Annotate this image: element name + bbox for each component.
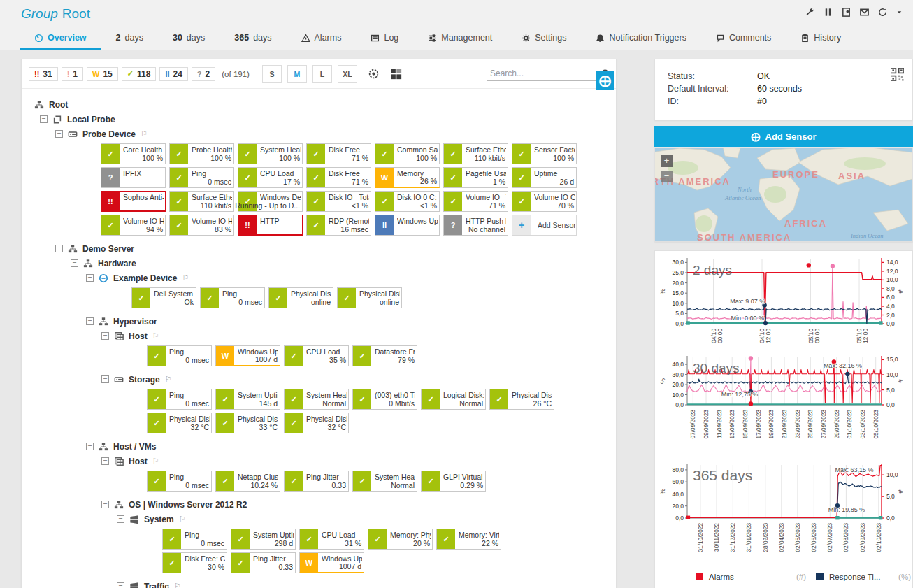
tab-days[interactable]: 30days [158, 28, 220, 50]
graph-30-days[interactable]: 0,010,020,030,040,00,05,010,015,0%#Max: … [656, 352, 911, 458]
collapse-toggle[interactable]: – [117, 515, 124, 523]
qr-code-icon[interactable] [891, 68, 904, 84]
sensor-tile[interactable]: ✓Volume IO Har...83 % [169, 215, 234, 236]
sensor-tile[interactable]: ✓Physical Disk 0...online [337, 287, 402, 308]
sensor-tile[interactable]: ✓Ping0 msec [147, 345, 212, 366]
collapse-toggle[interactable]: – [55, 130, 63, 138]
tab-management[interactable]: Management [413, 28, 507, 50]
tab-notification-triggers[interactable]: Notification Triggers [581, 28, 700, 50]
sensor-tile[interactable]: ✓Common SaaS...100 % [375, 143, 440, 164]
sensor-tile[interactable]: ✓Core Health100 % [101, 143, 166, 164]
sensor-tile[interactable]: ✓System Health100 % [238, 143, 303, 164]
sensor-tile[interactable]: ✓Ping0 msec [200, 287, 265, 308]
tab-days[interactable]: 2days [101, 28, 158, 50]
status-chip-118[interactable]: ✓118 [122, 67, 157, 81]
priority-flag-icon[interactable]: ⚐ [165, 375, 172, 384]
sensor-tile[interactable]: ✓Volume IO _To...71 % [443, 191, 508, 212]
sensor-tile[interactable]: ✓Disk Free71 % [306, 143, 371, 164]
sensor-tile[interactable]: WWindows Upda...1007 d [299, 552, 364, 573]
sensor-tile[interactable]: WWindows Upda...1007 d [215, 345, 280, 366]
status-chip-2[interactable]: ?2 [192, 67, 215, 81]
sensor-tile[interactable]: ✓Ping0 msec [147, 389, 212, 410]
sensor-tile[interactable]: ✓GLPI Virtual A...0.29 % [421, 471, 486, 492]
sensor-tile[interactable]: ✓Ping0 msec [162, 529, 227, 550]
graph-365-days[interactable]: 0,020,040,060,080,00,05,010,0%#Max: 63,1… [656, 458, 911, 567]
collapse-toggle[interactable]: – [86, 274, 94, 282]
priority-flag-icon[interactable]: ⚐ [174, 582, 181, 588]
sensor-tile[interactable]: ✓Disk Free: C:\30 % [162, 552, 227, 573]
graph-2-days[interactable]: 0,05,010,015,020,025,030,00,02,04,06,08,… [656, 255, 911, 352]
email-icon[interactable] [859, 7, 870, 17]
status-chip-31[interactable]: !!31 [29, 67, 58, 81]
sensor-tile[interactable]: ✓System Uptime298 d [231, 529, 296, 550]
tab-comments[interactable]: Comments [701, 28, 786, 50]
status-chip-24[interactable]: II24 [159, 67, 187, 81]
sensor-tile[interactable]: ✓Pagefile Usage1 % [443, 167, 508, 188]
sensor-tile[interactable]: ✓Ping Jitter0.33 [231, 552, 296, 573]
collapse-toggle[interactable]: – [86, 317, 94, 325]
tree-node-label[interactable]: Demo Server [82, 244, 134, 254]
tree-node-label[interactable]: Hypervisor [113, 317, 157, 327]
collapse-toggle[interactable]: – [101, 332, 109, 340]
sensor-tile[interactable]: ✓Ping0 msec [147, 471, 212, 492]
add-object-button[interactable]: ⨁ [596, 71, 614, 90]
collapse-toggle[interactable]: – [55, 245, 63, 252]
size-button-m[interactable]: M [287, 65, 307, 83]
map-zoom-in-button[interactable]: + [661, 155, 673, 167]
priority-flag-icon[interactable]: ⚐ [182, 273, 189, 282]
collapse-toggle[interactable]: – [71, 259, 78, 267]
sensor-tile[interactable]: ✓Windows Defe...Running - Up to D... [238, 191, 303, 212]
sensor-tile[interactable]: ✓Physical Disk: ...26 °C [489, 389, 554, 410]
sensor-tile[interactable]: ✓Memory: Virtu...22 % [436, 529, 501, 550]
tab-log[interactable]: Log [356, 28, 413, 50]
geo-map[interactable]: NORTH AMERICAEUROPEASIAAFRICASOUTH AMERI… [654, 148, 913, 242]
tree-node-label[interactable]: Hardware [98, 259, 136, 268]
sensor-tile[interactable]: ✓Uptime26 d [512, 167, 577, 188]
view-settings-gear-icon[interactable] [368, 68, 380, 80]
tab-days[interactable]: 365days [220, 28, 286, 50]
sensor-tile[interactable]: ✓Physical Disk: ...33 °C [215, 413, 280, 433]
sensor-tile[interactable]: ✓CPU Load35 % [284, 345, 349, 366]
tree-node-label[interactable]: Example Device [113, 273, 177, 283]
sensor-tile[interactable]: ✓Disk Free71 % [306, 167, 371, 188]
wrench-icon[interactable] [805, 7, 815, 17]
size-button-l[interactable]: L [312, 65, 332, 83]
status-chip-15[interactable]: W15 [87, 67, 118, 81]
sensor-tile[interactable]: ✓Surface Ethern...110 kbit/s [169, 191, 234, 212]
map-zoom-out-button[interactable]: − [661, 171, 673, 182]
sensor-tile[interactable]: ✓Probe Health100 % [169, 143, 234, 164]
sensor-tile[interactable]: ✓Physical Disk: ...32 °C [284, 413, 349, 433]
collapse-toggle[interactable]: – [101, 457, 109, 465]
sensor-tile[interactable]: ✓Disk IO 0 C:<1 % [375, 191, 440, 212]
collapse-toggle[interactable]: – [117, 582, 124, 588]
sensor-tile[interactable]: ✓CPU Load17 % [238, 167, 303, 188]
tree-node-label[interactable]: System [144, 515, 174, 524]
sensor-tile[interactable]: ✓Physical Disk: ...32 °C [147, 413, 212, 433]
sensor-tile[interactable]: ✓Ping0 msec [169, 167, 234, 188]
sensor-tile[interactable]: ✓Ping Jitter0.33 [284, 471, 349, 492]
sensor-tile[interactable]: ✓(003) eth0 Traf...0 Mbit/s [352, 389, 417, 410]
tree-node-label[interactable]: Local Probe [67, 115, 115, 124]
sensor-tile[interactable]: ✓Sensor Factory100 % [512, 143, 577, 164]
priority-flag-icon[interactable]: ⚐ [152, 457, 159, 466]
sensor-tile[interactable]: ✓Memory: Physi...20 % [368, 529, 433, 550]
sensor-tile[interactable]: WMemory26 % [375, 167, 440, 188]
add-sensor-tile[interactable]: +Add Sensor [512, 215, 577, 236]
sensor-tile[interactable]: ✓Volume IO C:70 % [512, 191, 577, 212]
refresh-icon[interactable] [877, 7, 888, 17]
priority-flag-icon[interactable]: ⚐ [179, 515, 186, 524]
sensor-tile[interactable]: ?IPFIX [101, 167, 166, 188]
sensor-tile[interactable]: ✓System HealthNormal [284, 389, 349, 410]
sensor-tile[interactable]: ?HTTP Push Da...No channel [443, 215, 508, 236]
sensor-tile[interactable]: ✓Surface Ethern...110 kbit/s [443, 143, 508, 164]
sensor-tile[interactable]: ✓Netapp-Cluster...10.24 % [215, 471, 280, 492]
tab-alarms[interactable]: Alarms [287, 28, 357, 50]
sensor-tile[interactable]: ✓Physical Disk 0...online [268, 287, 333, 308]
tree-node-label[interactable]: Host [129, 457, 148, 466]
sensor-tile[interactable]: ✓Volume IO Har...94 % [101, 215, 166, 236]
priority-flag-icon[interactable]: ⚐ [141, 129, 148, 138]
sensor-tile[interactable]: !!HTTP [238, 215, 303, 236]
report-icon[interactable] [841, 7, 851, 17]
sensor-tile[interactable]: ✓Disk IO _Total<1 % [306, 191, 371, 212]
caret-icon[interactable] [896, 8, 903, 16]
